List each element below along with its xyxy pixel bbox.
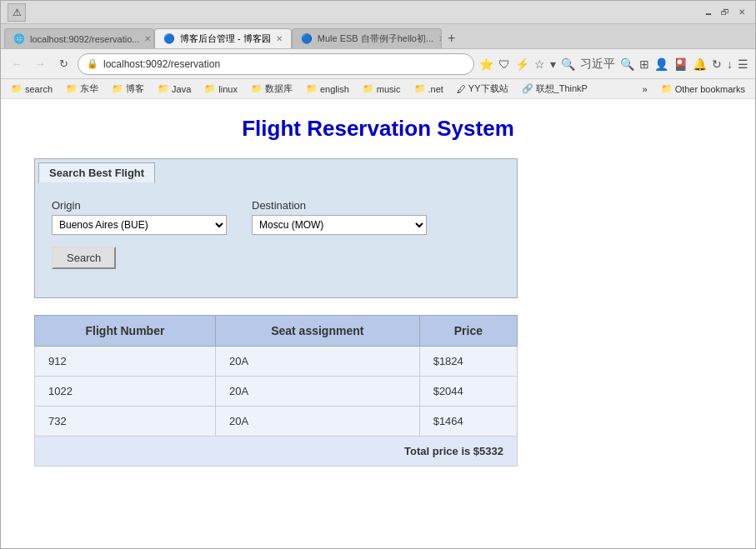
origin-label: Origin (52, 199, 227, 212)
cell-flight-1022: 1022 (35, 377, 216, 407)
new-tab-button[interactable]: + (442, 28, 462, 48)
tab-3[interactable]: 🔵 Mule ESB 自带例子hello初... ✕ (292, 28, 442, 48)
window-icon: ⚠ (8, 3, 26, 22)
tab-2-close[interactable]: ✕ (276, 34, 283, 43)
search-icon[interactable]: 🔍 (561, 57, 575, 71)
bookmark-lenovo[interactable]: 🔗 联想_ThinkP (517, 82, 593, 96)
search-panel: Search Best Flight Origin Buenos Aires (… (34, 158, 518, 298)
total-price-cell: Total price is $5332 (35, 437, 518, 467)
folder-icon: 📁 (363, 83, 374, 94)
dropdown-icon[interactable]: ▾ (550, 57, 556, 71)
table-row: 912 20A $1824 (35, 347, 518, 377)
tab-1-label: localhost:9092/reservatio... (30, 34, 139, 44)
tab-2[interactable]: 🔵 博客后台管理 - 博客园 ✕ (154, 28, 292, 48)
bookmark-java[interactable]: 📁 Java (153, 82, 196, 95)
bookmarks-bar: 📁 search 📁 东华 📁 博客 📁 Java 📁 linux 📁 数据库 … (1, 79, 755, 99)
bookmark-linux[interactable]: 📁 linux (199, 82, 243, 95)
bookmark-english[interactable]: 📁 english (301, 82, 354, 95)
forward-button[interactable]: → (31, 55, 49, 73)
bookmark-blog[interactable]: 📁 博客 (107, 82, 149, 96)
cell-flight-912: 912 (35, 347, 216, 377)
page-title: Flight Reservation System (34, 116, 722, 142)
back-button[interactable]: ← (8, 55, 26, 73)
table-total-row: Total price is $5332 (35, 437, 518, 467)
bookmark-label: music (377, 84, 401, 94)
lightning-icon: ⚡ (515, 57, 529, 71)
user-icon: 👤 (654, 57, 668, 71)
search-button[interactable]: Search (52, 247, 116, 269)
bookmark-yy[interactable]: 🖊 YY下载站 (452, 82, 513, 96)
bookmark-label: 数据库 (265, 82, 293, 95)
bookmark-other[interactable]: 📁 Other bookmarks (656, 82, 750, 95)
minimize-button[interactable]: 🗕 (702, 6, 715, 19)
folder-icon: 📁 (112, 83, 123, 94)
tab-2-favicon: 🔵 (163, 33, 175, 44)
tab-1-favicon: 🌐 (13, 33, 25, 44)
folder-icon: 📁 (306, 83, 318, 94)
destination-label: Destination (252, 199, 427, 212)
shield-icon: 🛡 (498, 57, 510, 71)
title-bar: ⚠ 🗕 🗗 ✕ (1, 1, 755, 24)
bookmark-music[interactable]: 📁 music (358, 82, 406, 95)
menu-icon[interactable]: ☰ (738, 57, 748, 71)
browser-window: ⚠ 🗕 🗗 ✕ 🌐 localhost:9092/reservatio... ✕… (0, 0, 756, 549)
bookmark-net[interactable]: 📁 .net (409, 82, 448, 95)
folder-icon: 📁 (251, 83, 263, 94)
star-icon[interactable]: ☆ (534, 57, 545, 71)
table-header-row: Flight Number Seat assignment Price (35, 316, 518, 347)
bookmark-label: linux (218, 84, 238, 94)
folder-icon: 📁 (66, 83, 78, 94)
bookmark-donghua[interactable]: 📁 东华 (61, 82, 103, 96)
favorite-icon: 🎴 (673, 57, 688, 71)
folder-icon: 📁 (661, 83, 673, 94)
origin-group: Origin Buenos Aires (BUE) New York (JFK)… (52, 199, 227, 235)
tab-1-close[interactable]: ✕ (144, 34, 151, 43)
url-text: localhost:9092/reservation (103, 58, 448, 70)
bookmark-more[interactable]: » (638, 83, 653, 95)
bookmark-search[interactable]: 📁 search (6, 82, 58, 95)
form-row-button: Search (52, 247, 500, 269)
destination-select[interactable]: Moscu (MOW) New York (JFK) London (LHR) … (252, 215, 427, 235)
cell-price-732: $1464 (419, 407, 517, 437)
address-bar: ← → ↻ 🔒 localhost:9092/reservation ⭐ 🛡 ⚡… (1, 49, 755, 79)
col-price: Price (419, 316, 517, 347)
results-table: Flight Number Seat assignment Price 912 … (34, 315, 518, 467)
cell-seat-732: 20A (215, 407, 419, 437)
search2-icon[interactable]: 🔍 (620, 57, 634, 71)
chevron-icon: » (643, 84, 648, 94)
bookmark-db[interactable]: 📁 数据库 (246, 82, 298, 96)
notification-icon: 🔔 (693, 57, 707, 71)
tab-2-label: 博客后台管理 - 博客园 (180, 32, 271, 45)
table-row: 1022 20A $2044 (35, 377, 518, 407)
folder-icon: 📁 (11, 83, 23, 94)
destination-group: Destination Moscu (MOW) New York (JFK) L… (252, 199, 427, 235)
tab-1[interactable]: 🌐 localhost:9092/reservatio... ✕ (4, 28, 154, 48)
bookmark-label: 东华 (80, 82, 98, 95)
reload-button[interactable]: ↻ (54, 55, 73, 73)
download-icon[interactable]: ↓ (727, 57, 733, 71)
form-row-fields: Origin Buenos Aires (BUE) New York (JFK)… (52, 199, 500, 235)
bookmark-label: english (320, 84, 349, 94)
table-row: 732 20A $1464 (35, 407, 518, 437)
refresh-icon[interactable]: ↻ (712, 57, 722, 71)
bookmark-label: Other bookmarks (675, 84, 745, 94)
apps-icon[interactable]: ⊞ (639, 57, 649, 71)
cell-seat-1022: 20A (215, 377, 419, 407)
search-tab[interactable]: Search Best Flight (38, 162, 155, 183)
bookmark-label: YY下载站 (468, 82, 508, 95)
bookmark-label: .net (428, 84, 443, 94)
cell-seat-912: 20A (215, 347, 419, 377)
restore-button[interactable]: 🗗 (718, 6, 732, 19)
window-controls: 🗕 🗗 ✕ (702, 6, 748, 19)
cell-price-912: $1824 (419, 347, 517, 377)
page-content: Flight Reservation System Search Best Fl… (1, 99, 755, 548)
origin-select[interactable]: Buenos Aires (BUE) New York (JFK) London… (52, 215, 227, 235)
extensions-icon: ⭐ (479, 57, 493, 71)
toolbar-icons: ⭐ 🛡 ⚡ ☆ ▾ 🔍 习近平 🔍 ⊞ 👤 🎴 🔔 ↻ ↓ ☰ (479, 57, 748, 72)
url-box[interactable]: 🔒 localhost:9092/reservation (78, 53, 474, 75)
cell-flight-732: 732 (35, 407, 216, 437)
close-button[interactable]: ✕ (735, 6, 748, 19)
folder-icon: 📁 (158, 83, 169, 94)
bookmark-label: Java (172, 84, 191, 94)
tab-3-favicon: 🔵 (301, 33, 313, 44)
